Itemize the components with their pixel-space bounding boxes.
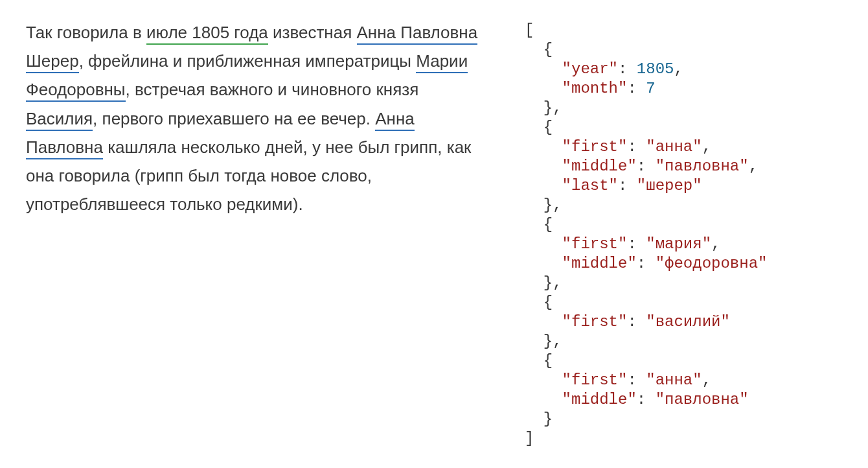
- json-open-bracket: [: [525, 21, 534, 39]
- json-brace-open: {: [525, 119, 553, 136]
- json-comma: ,: [674, 60, 683, 78]
- json-close-bracket: ]: [525, 430, 534, 447]
- json-value: "феодоровна": [656, 255, 768, 272]
- json-output: [ { "year": 1805, "month": 7 }, { "first…: [525, 18, 767, 449]
- json-colon: :: [627, 371, 646, 389]
- json-value: 7: [646, 80, 655, 97]
- json-key: "middle": [525, 255, 637, 272]
- json-key: "first": [525, 371, 627, 389]
- highlight-date: июле 1805 года: [146, 23, 268, 45]
- json-key: "month": [525, 80, 627, 97]
- json-key: "middle": [525, 158, 637, 175]
- json-value: "шерер": [637, 177, 702, 194]
- json-colon: :: [637, 391, 656, 408]
- text-fragment: , первого приехавшего на ее вечер.: [93, 109, 375, 128]
- json-colon: :: [637, 158, 656, 175]
- json-value: "мария": [646, 235, 711, 253]
- json-value: "павловна": [656, 391, 749, 408]
- text-fragment: Так говорила в: [26, 23, 146, 42]
- json-brace-close: },: [525, 274, 562, 292]
- text-fragment: известная: [268, 23, 357, 42]
- json-brace-close: },: [525, 196, 562, 214]
- json-colon: :: [627, 138, 646, 156]
- json-brace-open: {: [525, 41, 553, 58]
- json-brace-open: {: [525, 294, 553, 311]
- highlight-name-3: Василия: [26, 109, 93, 131]
- json-colon: :: [627, 235, 646, 253]
- json-colon: :: [618, 60, 637, 78]
- json-colon: :: [627, 313, 646, 331]
- json-value: 1805: [637, 60, 674, 78]
- source-paragraph: Так говорила в июле 1805 года известная …: [26, 18, 486, 218]
- json-key: "first": [525, 138, 627, 156]
- json-comma: ,: [702, 371, 711, 389]
- json-brace-close: },: [525, 99, 562, 117]
- json-key: "last": [525, 177, 618, 194]
- json-brace-close: }: [525, 410, 553, 428]
- json-comma: ,: [702, 138, 711, 156]
- json-colon: :: [627, 80, 646, 97]
- json-brace-close: },: [525, 333, 562, 350]
- json-colon: :: [637, 255, 656, 272]
- json-key: "year": [525, 60, 618, 78]
- json-value: "павловна": [656, 158, 749, 175]
- json-key: "first": [525, 313, 627, 331]
- json-comma: ,: [711, 235, 720, 253]
- json-brace-open: {: [525, 216, 553, 233]
- text-fragment: , фрейлина и приближенная императрицы: [79, 51, 417, 71]
- json-value: "василий": [646, 313, 730, 331]
- json-brace-open: {: [525, 352, 553, 369]
- json-value: "анна": [646, 371, 702, 389]
- source-paragraph-text: Так говорила в июле 1805 года известная …: [26, 18, 486, 218]
- json-key: "first": [525, 235, 627, 253]
- json-value: "анна": [646, 138, 702, 156]
- json-key: "middle": [525, 391, 637, 408]
- json-comma: ,: [749, 158, 758, 175]
- text-fragment: , встречая важного и чиновного князя: [126, 80, 419, 99]
- json-colon: :: [618, 177, 637, 194]
